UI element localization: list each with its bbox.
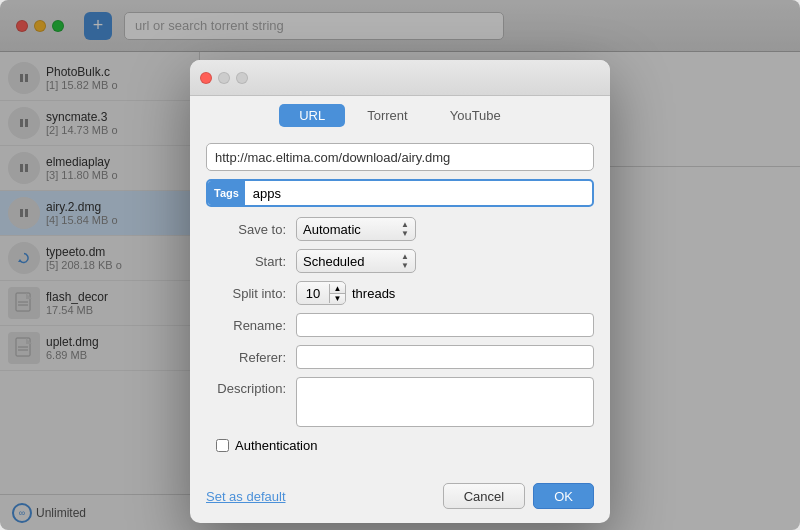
- tab-torrent[interactable]: Torrent: [347, 104, 427, 127]
- rename-row: Rename:: [206, 313, 594, 337]
- modal-footer: Set as default Cancel OK: [190, 483, 610, 523]
- number-spinners: ▲ ▼: [329, 284, 345, 303]
- split-into-control: 10 ▲ ▼ threads: [296, 281, 594, 305]
- save-to-row: Save to: Automatic ▲ ▼: [206, 217, 594, 241]
- description-row: Description:: [206, 377, 594, 430]
- rename-input[interactable]: [296, 313, 594, 337]
- save-to-select[interactable]: Automatic ▲ ▼: [296, 217, 416, 241]
- threads-suffix: threads: [352, 286, 395, 301]
- modal-overlay: URL Torrent YouTube Tags Save to:: [0, 0, 800, 530]
- start-control: Scheduled ▲ ▼: [296, 249, 594, 273]
- save-to-label: Save to:: [206, 222, 296, 237]
- start-row: Start: Scheduled ▲ ▼: [206, 249, 594, 273]
- start-select-arrows-icon: ▲ ▼: [401, 252, 409, 270]
- split-into-label: Split into:: [206, 286, 296, 301]
- tags-badge: Tags: [208, 181, 245, 205]
- authentication-row: Authentication: [206, 438, 594, 453]
- start-select[interactable]: Scheduled ▲ ▼: [296, 249, 416, 273]
- description-input[interactable]: [296, 377, 594, 427]
- modal-zoom-button[interactable]: [236, 72, 248, 84]
- description-control: [296, 377, 594, 430]
- app-window: + url or search torrent string PhotoBulk…: [0, 0, 800, 530]
- select-arrows-icon: ▲ ▼: [401, 220, 409, 238]
- save-to-value: Automatic: [303, 222, 361, 237]
- split-number-input[interactable]: 10 ▲ ▼: [296, 281, 346, 305]
- footer-buttons: Cancel OK: [443, 483, 594, 509]
- modal-titlebar: [190, 60, 610, 96]
- tab-url[interactable]: URL: [279, 104, 345, 127]
- description-label: Description:: [206, 377, 296, 396]
- spinner-up-button[interactable]: ▲: [330, 284, 345, 294]
- rename-control: [296, 313, 594, 337]
- add-download-modal: URL Torrent YouTube Tags Save to:: [190, 60, 610, 523]
- split-into-row: Split into: 10 ▲ ▼ threads: [206, 281, 594, 305]
- start-value: Scheduled: [303, 254, 364, 269]
- authentication-label: Authentication: [235, 438, 317, 453]
- tags-input-wrap[interactable]: Tags: [206, 179, 594, 207]
- cancel-button[interactable]: Cancel: [443, 483, 525, 509]
- referer-label: Referer:: [206, 350, 296, 365]
- save-to-control: Automatic ▲ ▼: [296, 217, 594, 241]
- url-input[interactable]: [206, 143, 594, 171]
- tab-youtube[interactable]: YouTube: [430, 104, 521, 127]
- tags-input[interactable]: [245, 186, 592, 201]
- authentication-checkbox[interactable]: [216, 439, 229, 452]
- set-as-default-button[interactable]: Set as default: [206, 489, 286, 504]
- rename-label: Rename:: [206, 318, 296, 333]
- start-label: Start:: [206, 254, 296, 269]
- tab-bar: URL Torrent YouTube: [190, 96, 610, 133]
- referer-row: Referer:: [206, 345, 594, 369]
- modal-close-button[interactable]: [200, 72, 212, 84]
- url-input-wrap: [206, 143, 594, 171]
- referer-control: [296, 345, 594, 369]
- split-number-value: 10: [297, 286, 329, 301]
- modal-body: Tags Save to: Automatic ▲ ▼: [190, 133, 610, 483]
- spinner-down-button[interactable]: ▼: [330, 294, 345, 303]
- referer-input[interactable]: [296, 345, 594, 369]
- modal-minimize-button[interactable]: [218, 72, 230, 84]
- ok-button[interactable]: OK: [533, 483, 594, 509]
